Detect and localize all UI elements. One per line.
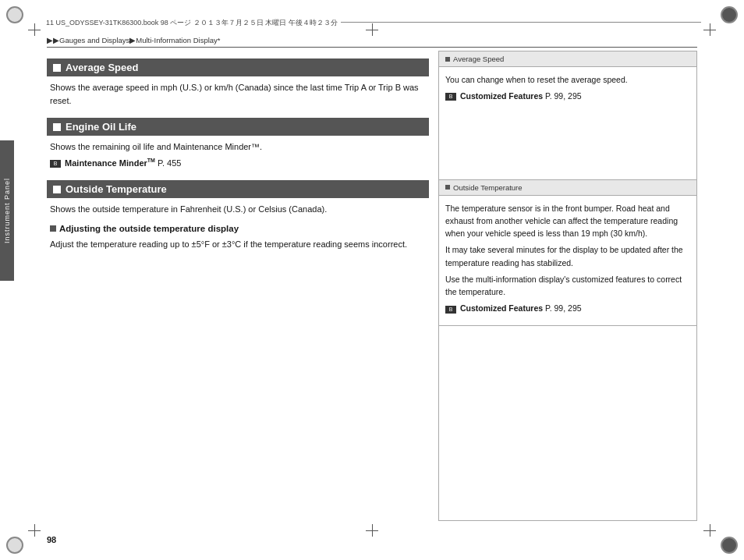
main-content: Average Speed Shows the average speed in…	[47, 51, 697, 521]
ref-icon-outside-temp: B	[445, 306, 456, 314]
right-section-icon-outside-temp	[445, 185, 450, 190]
crosshair-bm	[366, 524, 378, 537]
crosshair-tr	[703, 23, 716, 36]
section-title-outside-temp: Outside Temperature	[66, 183, 167, 195]
breadcrumb-line	[47, 47, 697, 48]
section-title-engine-oil: Engine Oil Life	[66, 121, 136, 133]
sub-icon-adjusting	[50, 225, 56, 232]
customized-features-page-1: P. 99, 295	[545, 91, 582, 101]
crosshair-bl	[28, 524, 41, 537]
crosshair-tl	[28, 23, 41, 36]
section-text-outside-temp: Shows the outside temperature in Fahrenh…	[50, 203, 426, 216]
file-info: 11 US_ODYSSEY-31TK86300.book 98 ページ ２０１３…	[43, 18, 341, 28]
section-header-engine-oil: Engine Oil Life	[47, 118, 429, 136]
engine-oil-ref: B Maintenance MinderTM P. 455	[50, 157, 426, 170]
section-title-average-speed: Average Speed	[66, 62, 138, 73]
right-avg-speed-ref: B Customized Features P. 99, 295	[445, 90, 690, 102]
ref-icon-avg-speed: B	[445, 93, 456, 101]
section-body-engine-oil: Shows the remaining oil life and Mainten…	[47, 140, 429, 180]
header-bar: 11 US_ODYSSEY-31TK86300.book 98 ページ ２０１３…	[43, 16, 701, 30]
right-section-title-avg-speed: Average Speed	[453, 55, 504, 63]
right-avg-speed-text: You can change when to reset the average…	[445, 73, 690, 86]
subsection-text-adjusting: Adjust the temperature reading up to ±5°…	[50, 238, 426, 251]
section-icon-outside-temp	[53, 186, 61, 193]
left-column: Average Speed Shows the average speed in…	[47, 51, 429, 521]
section-icon-engine-oil	[53, 123, 61, 131]
side-tab: Instrument Panel	[0, 140, 14, 281]
right-section-average-speed: Average Speed You can change when to res…	[439, 51, 696, 180]
right-outside-temp-note1: The temperature sensor is in the front b…	[445, 202, 690, 240]
right-outside-temp-note2: It may take several minutes for the disp…	[445, 243, 690, 269]
maintenance-minder-link: Maintenance MinderTM	[65, 158, 155, 168]
crosshair-br	[703, 524, 716, 537]
customized-features-link-1: Customized Features	[460, 91, 543, 101]
section-engine-oil-life: Engine Oil Life Shows the remaining oil …	[47, 118, 429, 180]
right-section-header-outside-temp: Outside Temperature	[439, 180, 696, 196]
customized-features-page-2: P. 99, 295	[545, 303, 582, 313]
section-body-average-speed: Shows the average speed in mph (U.S.) or…	[47, 81, 429, 118]
right-avg-speed-spacer	[445, 107, 690, 169]
page-number: 98	[47, 535, 56, 544]
right-section-body-outside-temp: The temperature sensor is in the front b…	[439, 196, 696, 325]
section-icon-average-speed	[53, 64, 61, 72]
right-section-icon-avg-speed	[445, 57, 450, 62]
right-section-header-avg-speed: Average Speed	[439, 51, 696, 67]
ref-icon-maintenance: B	[50, 160, 61, 168]
section-body-outside-temp: Shows the outside temperature in Fahrenh…	[47, 203, 429, 261]
breadcrumb: ▶▶Gauges and Displays▶Multi-Information …	[47, 36, 221, 44]
right-outside-temp-ref: B Customized Features P. 99, 295	[445, 302, 690, 314]
breadcrumb-text: ▶▶Gauges and Displays▶Multi-Information …	[47, 36, 221, 44]
maintenance-minder-page: P. 455	[158, 158, 181, 168]
side-tab-label: Instrument Panel	[3, 178, 11, 243]
right-section-title-outside-temp: Outside Temperature	[453, 183, 523, 192]
right-section-outside-temp: Outside Temperature The temperature sens…	[439, 180, 696, 326]
section-header-outside-temp: Outside Temperature	[47, 180, 429, 198]
section-text-average-speed: Shows the average speed in mph (U.S.) or…	[50, 81, 426, 107]
section-header-average-speed: Average Speed	[47, 58, 429, 76]
section-outside-temperature: Outside Temperature Shows the outside te…	[47, 180, 429, 261]
subsection-header-adjusting: Adjusting the outside temperature displa…	[50, 222, 426, 236]
section-average-speed: Average Speed Shows the average speed in…	[47, 58, 429, 118]
right-column: Average Speed You can change when to res…	[438, 51, 697, 521]
section-text-engine-oil: Shows the remaining oil life and Mainten…	[50, 140, 426, 154]
right-outside-temp-note3: Use the multi-information display's cust…	[445, 273, 690, 299]
customized-features-link-2: Customized Features	[460, 303, 543, 313]
subsection-title-adjusting: Adjusting the outside temperature displa…	[59, 222, 239, 236]
right-section-body-avg-speed: You can change when to reset the average…	[439, 67, 696, 179]
